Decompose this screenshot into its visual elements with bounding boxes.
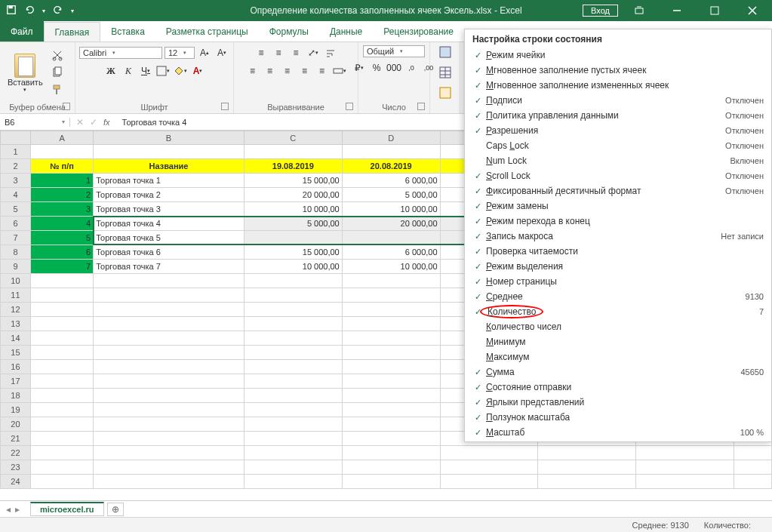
row-header[interactable]: 1: [1, 145, 31, 159]
row-header[interactable]: 4: [1, 188, 31, 202]
font-name-select[interactable]: Calibri▾: [79, 47, 162, 59]
context-menu-item[interactable]: ✓Режим замены: [465, 198, 771, 214]
cell[interactable]: [342, 317, 440, 331]
orientation-icon[interactable]: ⤢▾: [306, 45, 321, 60]
row-header[interactable]: 23: [1, 460, 31, 475]
cell[interactable]: 20 000,00: [342, 217, 440, 231]
context-menu-item[interactable]: ✓Политика управления даннымиОтключен: [465, 108, 771, 123]
number-format-select[interactable]: Общий▾: [363, 45, 425, 57]
tab-insert[interactable]: Вставка: [100, 21, 155, 42]
context-menu-item[interactable]: Num LockВключен: [465, 153, 771, 168]
align-right-icon[interactable]: ≡: [280, 63, 295, 78]
cell[interactable]: [94, 274, 245, 288]
context-menu-item[interactable]: ✓Режим выделения: [465, 259, 771, 274]
row-header[interactable]: 12: [1, 303, 31, 317]
paste-button[interactable]: Вставить ▾: [5, 54, 46, 93]
cell[interactable]: [342, 403, 440, 417]
context-menu-item[interactable]: ✓ПодписиОтключен: [465, 93, 771, 108]
cell[interactable]: Торговая точка 6: [94, 245, 245, 260]
border-button[interactable]: ▾: [155, 63, 171, 78]
cell[interactable]: [30, 303, 93, 317]
context-menu-item[interactable]: Количество чисел: [465, 319, 771, 334]
tab-formulas[interactable]: Формулы: [259, 21, 319, 42]
cell-styles-icon[interactable]: [438, 86, 452, 102]
row-header[interactable]: 5: [1, 202, 31, 217]
cell[interactable]: 6: [30, 245, 93, 260]
context-menu-item[interactable]: ✓Запись макросаНет записи: [465, 229, 771, 244]
cell[interactable]: [94, 145, 245, 159]
cell[interactable]: [94, 331, 245, 346]
bold-button[interactable]: Ж: [103, 63, 118, 78]
cell[interactable]: [30, 374, 93, 389]
cell[interactable]: [342, 432, 440, 446]
cell[interactable]: [30, 360, 93, 374]
cell[interactable]: [342, 231, 440, 245]
fx-icon[interactable]: fx: [103, 118, 110, 127]
cell[interactable]: 2: [30, 188, 93, 202]
context-menu-item[interactable]: ✓Режим перехода в конец: [465, 214, 771, 229]
align-middle-icon[interactable]: ≡: [271, 45, 286, 60]
cell[interactable]: [244, 446, 342, 460]
underline-button[interactable]: Ч ▾: [138, 63, 153, 78]
row-header[interactable]: 19: [1, 403, 31, 417]
cell[interactable]: 15 000,00: [244, 245, 342, 260]
row-header[interactable]: 10: [1, 274, 31, 288]
cell[interactable]: [244, 432, 342, 446]
cell[interactable]: [342, 475, 440, 489]
cell[interactable]: [30, 446, 93, 460]
cell[interactable]: [244, 475, 342, 489]
context-menu-item[interactable]: ✓Ярлыки представлений: [465, 395, 771, 410]
cell[interactable]: [244, 374, 342, 389]
cell[interactable]: [244, 303, 342, 317]
context-menu-item[interactable]: Максимум: [465, 349, 771, 364]
cell[interactable]: 20.08.2019: [342, 159, 440, 174]
cell[interactable]: Название: [94, 159, 245, 174]
sheet-tab[interactable]: microexcel.ru: [30, 502, 104, 516]
context-menu-item[interactable]: ✓Проверка читаемости: [465, 244, 771, 259]
cell[interactable]: № п/п: [30, 159, 93, 174]
cell[interactable]: 5 000,00: [342, 188, 440, 202]
cell[interactable]: [94, 303, 245, 317]
cell[interactable]: [244, 403, 342, 417]
cell[interactable]: [734, 475, 772, 489]
cell[interactable]: [734, 460, 772, 475]
tab-nav-prev-icon[interactable]: ◂: [6, 504, 11, 515]
currency-icon[interactable]: ₽▾: [352, 60, 367, 75]
row-header[interactable]: 11: [1, 288, 31, 303]
cell[interactable]: [734, 446, 772, 460]
align-center-icon[interactable]: ≡: [263, 63, 278, 78]
context-menu-item[interactable]: ✓Количество7: [465, 304, 771, 319]
cell[interactable]: [244, 331, 342, 346]
cell[interactable]: [342, 360, 440, 374]
thousands-icon[interactable]: 000: [386, 60, 401, 75]
row-header[interactable]: 18: [1, 389, 31, 403]
cell[interactable]: [342, 288, 440, 303]
row-header[interactable]: 16: [1, 360, 31, 374]
align-top-icon[interactable]: ≡: [254, 45, 269, 60]
cell[interactable]: 15 000,00: [244, 174, 342, 188]
row-header[interactable]: 13: [1, 317, 31, 331]
fill-color-button[interactable]: ▾: [173, 63, 188, 78]
alignment-launcher-icon[interactable]: [346, 103, 353, 110]
login-button[interactable]: Вход: [583, 5, 618, 17]
name-box[interactable]: B6▾: [0, 118, 70, 127]
cell[interactable]: 10 000,00: [342, 202, 440, 217]
row-header[interactable]: 22: [1, 446, 31, 460]
cell[interactable]: 6 000,00: [342, 174, 440, 188]
minimize-button[interactable]: [660, 0, 694, 21]
ribbon-display-button[interactable]: [623, 0, 656, 21]
cell[interactable]: [244, 145, 342, 159]
font-launcher-icon[interactable]: [221, 103, 229, 110]
cell[interactable]: [342, 145, 440, 159]
cell[interactable]: [94, 360, 245, 374]
context-menu-item[interactable]: ✓Сумма45650: [465, 364, 771, 380]
context-menu-item[interactable]: ✓Среднее9130: [465, 289, 771, 304]
tab-home[interactable]: Главная: [44, 22, 101, 42]
context-menu-item[interactable]: Caps LockОтключен: [465, 138, 771, 153]
cell[interactable]: [636, 460, 734, 475]
cell[interactable]: [94, 446, 245, 460]
merge-icon[interactable]: ▾: [332, 63, 347, 78]
cell[interactable]: [94, 432, 245, 446]
cell[interactable]: 5 000,00: [244, 217, 342, 231]
wrap-text-icon[interactable]: [323, 45, 338, 60]
